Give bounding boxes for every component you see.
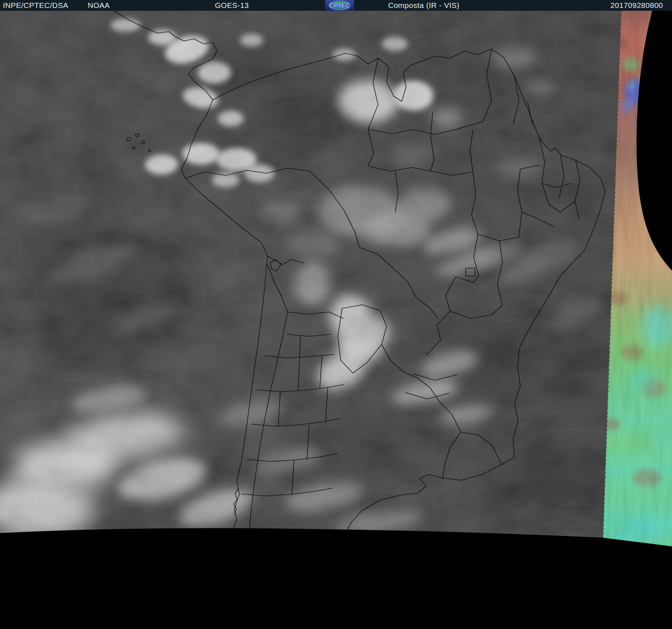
satellite-label: GOES-13 [215,1,249,10]
logo-text: CPTEC [330,3,350,9]
satellite-image [0,11,672,629]
noaa-label: NOAA [88,1,110,10]
agency-label: INPE/CPTEC/DSA [3,1,68,10]
satellite-viewer: { "header": { "agency_label": "INPE/CPTE… [0,0,672,629]
timestamp-label: 201709280800 [611,1,663,10]
title-bar: INPE/CPTEC/DSA NOAA GOES-13 Composta (IR… [0,0,672,11]
product-label: Composta (IR - VIS) [388,1,460,10]
cptec-logo: CPTEC [325,0,354,11]
